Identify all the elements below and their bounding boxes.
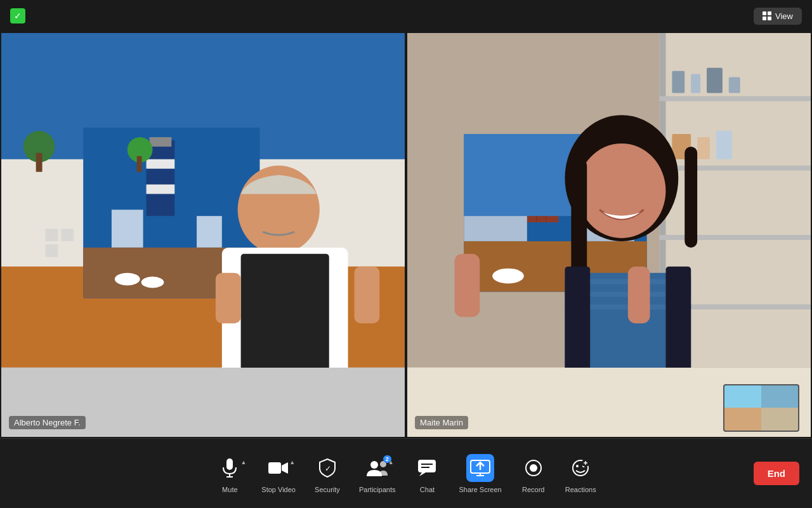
svg-rect-10 — [147, 159, 175, 169]
record-icon — [525, 459, 542, 477]
mute-button[interactable]: ▲ Mute — [207, 448, 252, 500]
thumbnail-right — [761, 385, 798, 431]
svg-text:✓: ✓ — [325, 464, 331, 473]
toolbar: ▲ Mute ▲ Stop Video ✓ Security — [0, 438, 812, 508]
svg-rect-73 — [268, 462, 281, 474]
chat-icon — [418, 460, 436, 476]
view-label: View — [775, 11, 793, 21]
stop-video-label: Stop Video — [261, 486, 296, 493]
svg-rect-38 — [707, 68, 723, 93]
svg-rect-66 — [565, 267, 590, 368]
chat-button[interactable]: Chat — [404, 448, 450, 500]
security-button[interactable]: ✓ Security — [304, 448, 350, 500]
svg-rect-67 — [665, 267, 691, 368]
svg-rect-23 — [137, 156, 142, 172]
mic-icon — [221, 458, 238, 478]
thumbnail-left — [724, 385, 761, 431]
svg-rect-41 — [697, 137, 710, 159]
video-area: Alberto Negrete F. — [0, 32, 812, 438]
participants-button[interactable]: 2 ▲ Participants — [350, 448, 404, 500]
svg-rect-0 — [763, 11, 766, 15]
shield-icon-wrap: ✓ — [313, 454, 341, 482]
svg-rect-60 — [571, 159, 587, 273]
mute-caret: ▲ — [240, 459, 246, 465]
svg-point-16 — [141, 277, 164, 288]
video-caret: ▲ — [289, 459, 295, 465]
svg-point-57 — [492, 269, 524, 284]
participant-name-maite: Maite Marin — [415, 416, 468, 429]
share-screen-icon-wrap — [466, 454, 494, 482]
svg-rect-2 — [763, 17, 766, 20]
shield-icon: ✓ — [319, 458, 336, 478]
svg-rect-26 — [46, 244, 58, 257]
svg-rect-34 — [660, 235, 811, 240]
video-icon — [268, 461, 289, 475]
svg-rect-12 — [112, 210, 143, 248]
svg-rect-28 — [355, 267, 380, 323]
video-frame-maite — [407, 33, 811, 368]
grid-view-icon — [763, 11, 771, 20]
participant-name-alberto: Alberto Negrete F. — [9, 416, 86, 429]
svg-rect-24 — [46, 229, 58, 241]
chat-label: Chat — [420, 486, 435, 493]
participants-label: Participants — [359, 486, 395, 493]
security-badge: ✓ — [10, 8, 25, 23]
shield-green-icon: ✓ — [10, 8, 25, 23]
svg-rect-70 — [226, 458, 233, 470]
svg-rect-27 — [216, 273, 241, 324]
reactions-button[interactable]: Reactions — [556, 448, 605, 500]
record-button[interactable]: Record — [511, 448, 556, 500]
top-bar: ✓ View — [0, 0, 812, 32]
video-icon-wrap: ▲ — [265, 454, 292, 482]
video-frame-alberto — [1, 33, 405, 368]
participants-icon-wrap: 2 ▲ — [363, 454, 391, 482]
svg-point-86 — [576, 465, 579, 467]
chat-icon-wrap — [413, 454, 441, 482]
svg-rect-54 — [464, 216, 527, 241]
svg-point-75 — [370, 461, 378, 469]
reactions-label: Reactions — [565, 486, 596, 493]
svg-rect-9 — [150, 137, 172, 147]
svg-rect-36 — [672, 71, 684, 93]
mute-label: Mute — [222, 486, 237, 493]
svg-rect-25 — [61, 229, 74, 241]
reactions-icon — [572, 459, 589, 477]
svg-rect-61 — [684, 147, 697, 248]
svg-rect-39 — [729, 77, 740, 93]
stop-video-button[interactable]: ▲ Stop Video — [252, 448, 304, 500]
svg-rect-37 — [691, 74, 700, 93]
end-button[interactable]: End — [754, 462, 799, 485]
svg-point-59 — [577, 144, 665, 238]
record-label: Record — [522, 486, 544, 493]
video-tile-alberto: Alberto Negrete F. — [1, 33, 405, 437]
share-screen-button[interactable]: Share Screen — [450, 448, 510, 500]
thumbnail-inner — [724, 385, 798, 431]
svg-rect-32 — [660, 96, 811, 101]
svg-rect-3 — [768, 17, 771, 20]
thumbnail-preview — [723, 384, 799, 432]
view-button[interactable]: View — [754, 8, 802, 25]
svg-point-84 — [530, 464, 537, 472]
svg-rect-69 — [628, 267, 650, 323]
record-icon-wrap — [520, 454, 547, 482]
svg-rect-77 — [418, 460, 436, 472]
svg-rect-19 — [241, 254, 329, 368]
reactions-icon-wrap — [566, 454, 594, 482]
video-tile-maite: Maite Marin — [407, 33, 811, 437]
share-screen-icon — [470, 460, 490, 476]
security-label: Security — [315, 486, 340, 493]
mic-icon-wrap: ▲ — [216, 454, 244, 482]
svg-rect-42 — [716, 131, 732, 159]
svg-rect-22 — [36, 153, 43, 172]
svg-rect-11 — [147, 185, 175, 194]
svg-rect-1 — [768, 11, 771, 15]
svg-point-15 — [115, 273, 140, 286]
svg-rect-33 — [660, 166, 811, 171]
svg-rect-13 — [197, 216, 222, 248]
svg-rect-68 — [455, 254, 480, 317]
share-screen-label: Share Screen — [459, 486, 501, 493]
participants-caret: ▲ — [388, 459, 394, 465]
